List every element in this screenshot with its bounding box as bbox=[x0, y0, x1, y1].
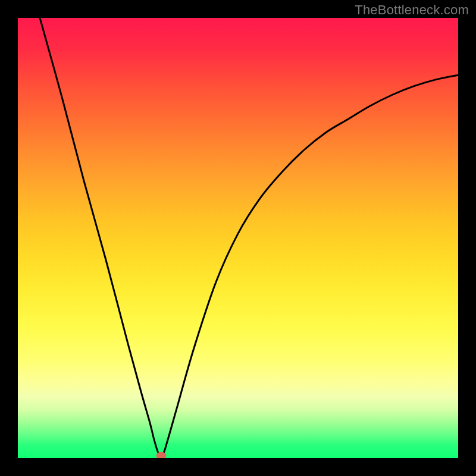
chart-frame: TheBottleneck.com bbox=[0, 0, 476, 476]
watermark-text: TheBottleneck.com bbox=[355, 2, 469, 18]
plot-area bbox=[18, 18, 458, 458]
curve-svg bbox=[18, 18, 458, 458]
optimal-point-marker bbox=[156, 452, 166, 458]
bottleneck-curve bbox=[40, 18, 458, 455]
